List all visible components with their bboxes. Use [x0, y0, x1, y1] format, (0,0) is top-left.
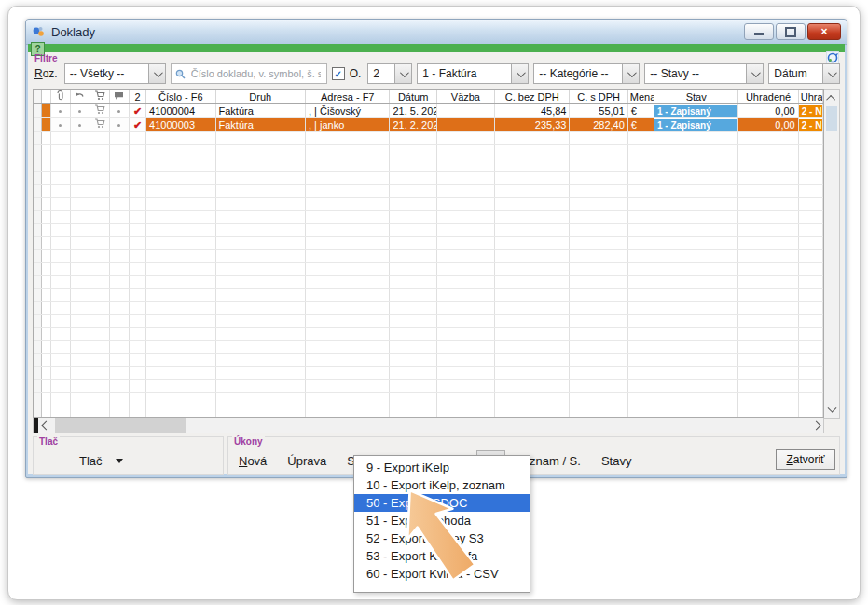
o-checkbox[interactable]: ✓ [332, 67, 345, 80]
table-row-empty[interactable] [34, 263, 823, 276]
chevron-down-icon[interactable] [511, 64, 528, 83]
check-icon: ✔ [133, 119, 142, 131]
close-icon: × [820, 25, 827, 38]
states-button[interactable]: Stavy [591, 450, 642, 472]
col-header-vazba[interactable]: Väzba [436, 90, 494, 104]
cell-s-dph: 55,01 [570, 104, 627, 118]
table-row-empty[interactable] [34, 302, 823, 315]
table-row-empty[interactable] [34, 406, 823, 419]
table-row-empty[interactable] [34, 354, 823, 367]
window-title: Doklady [51, 25, 95, 39]
minimize-button[interactable] [744, 23, 774, 40]
scope-select-value: -- Všetky -- [65, 64, 148, 83]
paid-status-badge: 2 - N [799, 105, 822, 117]
table-row-empty[interactable] [34, 289, 823, 302]
table-row-empty[interactable] [34, 211, 823, 224]
doc-type-select[interactable]: 1 - Faktúra [417, 63, 529, 84]
close-window-button[interactable]: Zatvoriť [776, 449, 835, 470]
cell-uhradene: 0,00 [738, 104, 798, 118]
table-row-empty[interactable] [34, 132, 823, 145]
app-icon [32, 25, 46, 39]
category-select[interactable]: -- Kategórie -- [533, 63, 640, 84]
attachment-icon[interactable] [50, 90, 70, 104]
col-header-s-dph[interactable]: C. s DPH [570, 90, 627, 104]
cell-vazba [436, 118, 494, 132]
table-row-empty[interactable] [34, 393, 823, 406]
states-select[interactable]: -- Stavy -- [644, 63, 764, 84]
table-row-empty[interactable] [34, 328, 823, 341]
col-header-stav[interactable]: Stav [654, 90, 737, 104]
col-header-datum[interactable]: Dátum [390, 90, 436, 104]
title-bar[interactable]: Doklady × [26, 20, 847, 45]
print-button[interactable]: Tlač [69, 450, 133, 472]
new-button[interactable]: Nová [228, 450, 277, 472]
table-row[interactable]: ✔ 41000004 Faktúra , | Čišovský 21. 5. 2… [34, 104, 823, 118]
horizontal-scrollbar[interactable] [33, 418, 824, 433]
table-row-empty[interactable] [34, 185, 823, 198]
scope-select[interactable]: -- Všetky -- [64, 63, 166, 84]
table-row-empty[interactable] [34, 367, 823, 380]
col-header-cislo[interactable]: Číslo - F6 [146, 90, 215, 104]
table-row-empty[interactable] [34, 224, 823, 237]
cart-icon[interactable] [90, 90, 109, 104]
horizontal-scroll-thumb[interactable] [55, 418, 186, 433]
roz-label: Roz. [33, 67, 60, 80]
table-row-empty[interactable] [34, 315, 823, 328]
states-value: -- Stavy -- [645, 64, 746, 83]
cart-icon [94, 118, 105, 129]
col-header-bez-dph[interactable]: C. bez DPH [495, 90, 570, 104]
col-header-2[interactable]: 2 [130, 90, 146, 104]
chevron-down-icon[interactable] [148, 64, 165, 83]
undo-icon[interactable] [70, 90, 90, 104]
table-row-empty[interactable] [34, 341, 823, 354]
table-row-empty[interactable] [34, 276, 823, 289]
close-button[interactable]: × [807, 23, 841, 40]
date-select[interactable]: Dátum [768, 63, 840, 84]
maximize-button[interactable] [776, 23, 806, 40]
cell-datum: 21. 2. 2024 [390, 118, 436, 132]
comment-icon[interactable] [109, 90, 129, 104]
chevron-down-icon[interactable] [746, 64, 763, 83]
cell-datum: 21. 5. 2024 [390, 104, 436, 118]
table-row-empty[interactable] [34, 198, 823, 211]
vertical-scrollbar[interactable] [824, 89, 840, 419]
minimize-icon [754, 33, 764, 35]
col-header-druh[interactable]: Druh [215, 90, 306, 104]
table-row-empty[interactable] [34, 158, 823, 172]
col-header-adresa[interactable]: Adresa - F7 [306, 90, 390, 104]
scroll-left-button[interactable] [38, 418, 53, 433]
search-input[interactable] [189, 67, 323, 80]
table-row-empty[interactable] [34, 172, 823, 185]
table-row-empty[interactable] [34, 250, 823, 263]
col-header-uhrad[interactable]: Uhrad [798, 90, 822, 104]
table-row-empty[interactable] [34, 237, 823, 250]
category-value: -- Kategórie -- [534, 64, 622, 83]
print-group-label: Tlač [37, 436, 60, 447]
cell-mena: € [627, 118, 654, 132]
cell-uhradene: 0,00 [738, 118, 798, 132]
documents-table-wrap: 2 Číslo - F6 Druh Adresa - F7 Dátum Väzb… [33, 89, 840, 433]
cell-cislo: 41000003 [146, 118, 215, 132]
filters-group-label: Filtre [34, 53, 57, 63]
table-row-empty[interactable] [34, 145, 823, 158]
col-header-mena[interactable]: Mena [627, 90, 654, 104]
chevron-down-icon[interactable] [394, 64, 411, 83]
search-box [171, 63, 327, 84]
status-green-bar: ? [28, 44, 845, 52]
print-group: Tlač Tlač [33, 436, 224, 475]
o-count-select[interactable]: 2 [367, 63, 412, 84]
header-row: 2 Číslo - F6 Druh Adresa - F7 Dátum Väzb… [34, 90, 823, 104]
scroll-up-button[interactable] [824, 90, 839, 105]
table-row-empty[interactable] [34, 380, 823, 393]
chevron-down-icon[interactable] [822, 64, 839, 83]
scroll-down-button[interactable] [824, 403, 839, 418]
filters-group: Filtre Roz. -- Všetky -- [33, 53, 840, 88]
row-indicator [41, 104, 50, 118]
table-row-selected[interactable]: ✔ 41000003 Faktúra , | janko 21. 2. 2024… [34, 118, 823, 132]
cell-druh: Faktúra [215, 118, 306, 132]
chevron-down-icon[interactable] [622, 64, 639, 83]
col-header-uhradene[interactable]: Uhradené [738, 90, 798, 104]
scroll-right-button[interactable] [808, 418, 823, 433]
vertical-scroll-thumb[interactable] [826, 106, 837, 131]
edit-button[interactable]: Úprava [277, 450, 337, 472]
